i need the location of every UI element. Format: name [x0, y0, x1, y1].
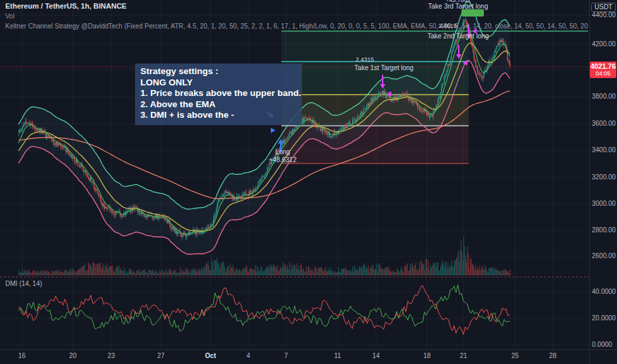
- price-axis-label: 0.0000: [592, 341, 612, 348]
- time-axis-label: 20: [69, 352, 76, 359]
- take1-qty-label: 2.4315: [356, 56, 374, 63]
- order-fill-badge: [461, 9, 484, 17]
- price-axis-label: 2600.00: [592, 252, 616, 259]
- price-axis-label: 3000.00: [592, 200, 616, 207]
- bar-countdown: 04:05: [590, 70, 616, 77]
- time-axis-label: Oct: [205, 352, 216, 359]
- take2-target-label: Take 2nd Target long: [428, 32, 489, 40]
- time-axis-label: 28: [549, 352, 556, 359]
- entry-label: Long: [275, 148, 290, 156]
- strategy-settings-note[interactable]: Strategy settings :LONG ONLY1. Price bre…: [135, 64, 302, 125]
- time-axis-label: 21: [459, 352, 467, 359]
- time-axis-label: 11: [334, 352, 341, 359]
- price-axis-label: 3600.00: [592, 120, 616, 127]
- price-axis-label: 4200.00: [592, 40, 616, 48]
- last-price-value: 4021.76: [590, 62, 616, 70]
- price-axis-label: 3200.00: [592, 173, 616, 181]
- price-axis-label: 40.0000: [592, 288, 616, 295]
- take2-qty-label: 2.4619: [438, 23, 457, 29]
- price-axis-label: 4400.00: [592, 11, 616, 19]
- strategy-settings-line: LONG ONLY: [140, 77, 297, 89]
- volume-indicator-label[interactable]: Vol: [5, 13, 15, 20]
- trading-app: { "header": { "symbol": "Ethereum / Teth…: [0, 0, 617, 364]
- symbol-title[interactable]: Ethereum / TetherUS, 1h, BINANCE: [5, 2, 126, 10]
- price-axis-label: 3400.00: [592, 146, 616, 154]
- strategy-settings-line: 3. DMI + is above the -: [140, 110, 297, 121]
- time-axis-label: 7: [284, 352, 288, 359]
- entry-profit-value: +48.6312: [269, 156, 297, 163]
- last-price-badge: 4021.76 04:05: [590, 62, 616, 78]
- time-axis-label: 18: [423, 352, 430, 359]
- price-axis-label: 20.0000: [592, 314, 616, 322]
- strategy-settings-line: Strategy settings :: [140, 66, 297, 77]
- strategy-settings-line: 1. Price breaks above the upper band.: [140, 88, 297, 99]
- time-axis-label: 16: [18, 352, 25, 359]
- dmi-indicator-label[interactable]: DMI (14, 14): [5, 280, 42, 287]
- price-axis-label: 3800.00: [592, 93, 616, 100]
- strategy-settings-line: 2. Above the EMA: [140, 99, 297, 111]
- take1-target-label: Take 1st Target long: [354, 64, 413, 71]
- currency-badge[interactable]: USDT: [591, 3, 616, 12]
- time-axis-label: 4: [246, 352, 250, 359]
- price-chart-canvas[interactable]: [0, 0, 617, 364]
- strategy-indicator-label[interactable]: Keltner Channel Strategy @DaviddTech (Fi…: [5, 23, 588, 30]
- time-axis-label: 27: [157, 352, 164, 359]
- price-axis-label: 2800.00: [592, 226, 616, 234]
- time-axis-label: 25: [511, 352, 518, 359]
- time-axis-label: 14: [372, 352, 379, 359]
- time-axis-label: 23: [107, 352, 115, 359]
